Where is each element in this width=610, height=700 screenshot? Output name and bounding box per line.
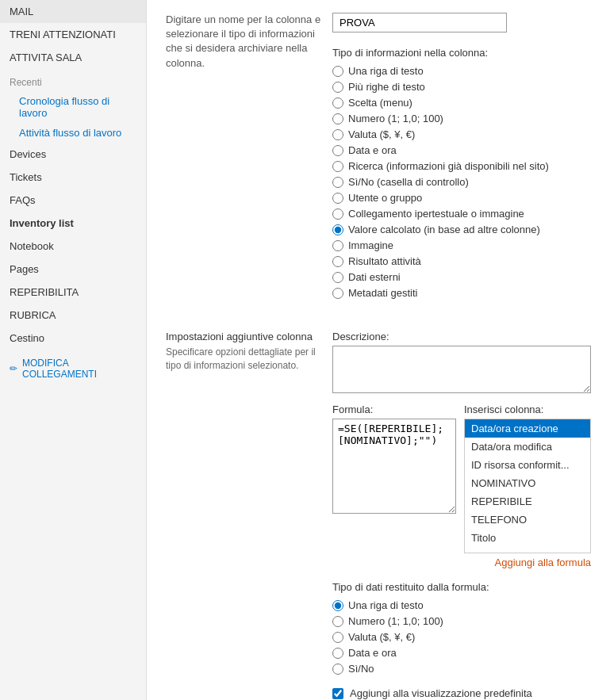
sidebar-item-attivita-sala[interactable]: ATTIVITA SALA — [0, 46, 146, 69]
edit-links-label: MODIFICA COLLEGAMENTI — [22, 358, 136, 380]
return-type-label: Tipo di dati restituito dalla formula: — [332, 581, 591, 593]
type-option-metadati[interactable]: Metadati gestiti — [332, 287, 591, 299]
sidebar-item-tickets[interactable]: Tickets — [0, 166, 146, 189]
sidebar-item-inventory-list[interactable]: Inventory list — [0, 212, 146, 235]
sidebar-item-cronologia[interactable]: Cronologia flusso di lavoro — [0, 91, 146, 123]
sidebar-item-faqs[interactable]: FAQs — [0, 189, 146, 212]
rt-option-valuta[interactable]: Valuta ($, ¥, €) — [332, 631, 591, 643]
type-option-valore-calcolato[interactable]: Valore calcolato (in base ad altre colon… — [332, 224, 591, 235]
sidebar-item-cestino[interactable]: Cestino — [0, 327, 146, 350]
top-section: Digitare un nome per la colonna e selezi… — [166, 13, 591, 312]
type-option-data-ora[interactable]: Data e ora — [332, 144, 591, 156]
settings-section: Impostazioni aggiuntive colonna Specific… — [166, 331, 591, 699]
insert-col-col: Inserisci colonna: Data/ora creazione Da… — [464, 404, 591, 568]
type-option-numero[interactable]: Numero (1; 1,0; 100) — [332, 113, 591, 124]
add-default-view-checkbox-label[interactable]: Aggiungi alla visualizzazione predefinit… — [332, 687, 591, 699]
insert-col-item-telefono[interactable]: TELEFONO — [465, 511, 590, 529]
column-name-input[interactable] — [332, 13, 507, 33]
type-option-una-riga[interactable]: Una riga di testo — [332, 65, 591, 77]
type-option-valuta[interactable]: Valuta ($, ¥, €) — [332, 128, 591, 140]
add-default-view-checkbox[interactable] — [332, 688, 343, 699]
insert-col-item-nominativo[interactable]: NOMINATIVO — [465, 474, 590, 492]
sidebar-item-attivita-flusso[interactable]: Attività flusso di lavoro — [0, 123, 146, 143]
rt-option-data-ora[interactable]: Data e ora — [332, 647, 591, 659]
sidebar-item-mail[interactable]: MAIL — [0, 0, 146, 23]
sidebar-item-rubrica[interactable]: RUBRICA — [0, 304, 146, 327]
insert-col-item-reperibile[interactable]: REPERIBILE — [465, 492, 590, 511]
type-option-immagine[interactable]: Immagine — [332, 239, 591, 251]
add-default-view-label: Aggiungi alla visualizzazione predefinit… — [350, 687, 532, 699]
type-option-utente[interactable]: Utente o gruppo — [332, 192, 591, 204]
settings-label: Impostazioni aggiuntive colonna — [166, 331, 332, 342]
settings-left-col: Impostazioni aggiuntive colonna Specific… — [166, 331, 332, 699]
formula-row: Formula: =SE([REPERIBILE];[NOMINATIVO];"… — [332, 404, 591, 568]
type-label: Tipo di informazioni nella colonna: — [332, 47, 591, 59]
insert-col-item-data-creazione[interactable]: Data/ora creazione — [465, 419, 590, 438]
insert-col-item-id-risorsa[interactable]: ID risorsa conformit... — [465, 456, 590, 474]
sidebar: MAIL TRENI ATTENZIONATI ATTIVITA SALA Re… — [0, 0, 147, 700]
sidebar-item-devices[interactable]: Devices — [0, 143, 146, 166]
main-content: Digitare un nome per la colonna e selezi… — [147, 0, 610, 700]
formula-label: Formula: — [332, 404, 456, 415]
add-formula-link[interactable]: Aggiungi alla formula — [464, 557, 591, 568]
type-option-scelta[interactable]: Scelta (menu) — [332, 97, 591, 109]
descrizione-textarea[interactable] — [332, 346, 591, 393]
sidebar-section-recenti: Recenti — [0, 69, 146, 91]
descrizione-label: Descrizione: — [332, 331, 591, 342]
return-type-section: Tipo di dati restituito dalla formula: U… — [332, 581, 591, 675]
rt-option-si-no[interactable]: Sì/No — [332, 663, 591, 675]
sidebar-item-reperibilita[interactable]: REPERIBILITA — [0, 281, 146, 304]
type-option-dati-esterni[interactable]: Dati esterni — [332, 271, 591, 283]
description-column: Digitare un nome per la colonna e selezi… — [166, 13, 332, 312]
type-option-ricerca[interactable]: Ricerca (informazioni già disponibili ne… — [332, 160, 591, 172]
sidebar-item-treni[interactable]: TRENI ATTENZIONATI — [0, 23, 146, 46]
insert-col-item-titolo[interactable]: Titolo — [465, 529, 590, 547]
formula-textarea[interactable]: =SE([REPERIBILE];[NOMINATIVO];"") — [332, 419, 456, 514]
type-option-si-no[interactable]: Sì/No (casella di controllo) — [332, 176, 591, 188]
rt-option-numero[interactable]: Numero (1; 1,0; 100) — [332, 615, 591, 627]
insert-col-label: Inserisci colonna: — [464, 404, 591, 415]
settings-right-col: Descrizione: Formula: =SE([REPERIBILE];[… — [332, 331, 591, 699]
type-option-piu-righe[interactable]: Più righe di testo — [332, 81, 591, 93]
input-column: Tipo di informazioni nella colonna: Una … — [332, 13, 591, 312]
pencil-icon: ✏ — [10, 363, 17, 374]
rt-option-una-riga[interactable]: Una riga di testo — [332, 599, 591, 611]
insert-col-item-data-modifica[interactable]: Data/ora modifica — [465, 438, 590, 456]
edit-links-button[interactable]: ✏ MODIFICA COLLEGAMENTI — [0, 350, 146, 388]
sidebar-item-pages[interactable]: Pages — [0, 258, 146, 281]
return-type-radio-group: Una riga di testo Numero (1; 1,0; 100) V… — [332, 599, 591, 675]
type-option-collegamento[interactable]: Collegamento ipertestuale o immagine — [332, 208, 591, 220]
insert-col-listbox[interactable]: Data/ora creazione Data/ora modifica ID … — [464, 419, 591, 553]
column-description-text: Digitare un nome per la colonna e selezi… — [166, 13, 332, 71]
sidebar-item-notebook[interactable]: Notebook — [0, 235, 146, 258]
type-option-risultato[interactable]: Risultato attività — [332, 255, 591, 267]
formula-col: Formula: =SE([REPERIBILE];[NOMINATIVO];"… — [332, 404, 456, 568]
settings-desc: Specificare opzioni dettagliate per il t… — [166, 346, 332, 373]
type-radio-group: Una riga di testo Più righe di testo Sce… — [332, 65, 591, 299]
